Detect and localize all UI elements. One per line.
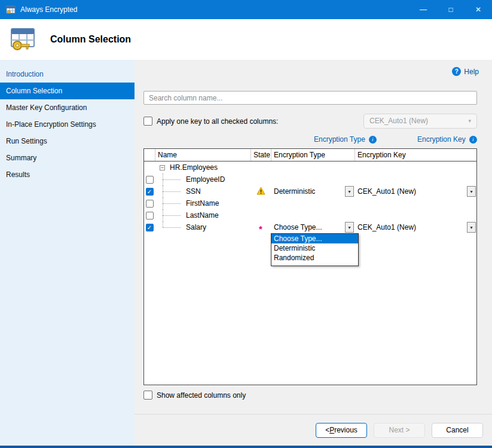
grid-header-encryption-type: Encryption Type: [271, 149, 355, 161]
close-button[interactable]: ✕: [465, 0, 492, 19]
info-icon[interactable]: [469, 136, 477, 144]
column-checkbox[interactable]: [146, 176, 154, 184]
encryption-key-link-label: Encryption Key: [417, 135, 466, 144]
wizard-footer: < Previous Next > Cancel: [135, 414, 492, 446]
sidebar-item-results[interactable]: Results: [0, 166, 135, 183]
maximize-button[interactable]: □: [437, 0, 465, 19]
tree-collapse-icon[interactable]: [160, 165, 165, 170]
encryption-key-dropdown-button[interactable]: [467, 186, 476, 197]
wizard-steps-sidebar: Introduction Column Selection Master Key…: [0, 60, 135, 446]
column-row-ssn[interactable]: SSN Deterministic: [144, 185, 476, 197]
sidebar-item-master-key-configuration[interactable]: Master Key Configuration: [0, 99, 135, 116]
help-link[interactable]: Help: [452, 67, 479, 76]
table-name: HR.Employees: [170, 163, 218, 172]
encryption-type-dropdown-button[interactable]: [345, 186, 354, 197]
wizard-body: Introduction Column Selection Master Key…: [0, 60, 492, 446]
minimize-button[interactable]: —: [410, 0, 437, 19]
table-key-icon: [8, 25, 37, 54]
grid-header-state: State: [250, 149, 271, 161]
encryption-key-value: CEK_Auto1 (New): [357, 223, 416, 231]
help-label: Help: [464, 68, 479, 76]
column-name: FirstName: [186, 199, 219, 208]
previous-button[interactable]: < Previous: [316, 423, 367, 438]
apply-key-value: CEK_Auto1 (New): [369, 117, 428, 125]
info-icon[interactable]: [369, 136, 377, 144]
dropdown-option-randomized[interactable]: Randomized: [271, 253, 358, 263]
column-row-salary[interactable]: Salary * Choose Type... CEK_Auto1 (New): [144, 221, 476, 233]
grid-header-name: Name: [155, 149, 250, 161]
sidebar-item-summary[interactable]: Summary: [0, 150, 135, 166]
title-bar: Always Encrypted — □ ✕: [0, 0, 492, 19]
encryption-type-dropdown-list: Choose Type... Deterministic Randomized: [271, 233, 359, 266]
sidebar-item-column-selection[interactable]: Column Selection: [0, 83, 135, 99]
column-row-lastname[interactable]: LastName: [144, 209, 476, 221]
sidebar-item-run-settings[interactable]: Run Settings: [0, 133, 135, 150]
chevron-down-icon: [468, 114, 471, 128]
column-name: SSN: [186, 187, 201, 196]
warning-icon: [256, 187, 265, 197]
column-name: LastName: [186, 211, 219, 220]
window-bottom-border: [0, 446, 492, 448]
apply-key-dropdown[interactable]: CEK_Auto1 (New): [363, 114, 477, 129]
search-column-input[interactable]: [143, 91, 477, 105]
encryption-type-value: Choose Type...: [274, 223, 322, 231]
column-checkbox[interactable]: [146, 212, 154, 220]
dropdown-option-choose-type[interactable]: Choose Type...: [271, 234, 358, 243]
encryption-type-value: Deterministic: [274, 187, 315, 196]
next-button[interactable]: Next >: [374, 423, 425, 438]
window-title: Always Encrypted: [20, 5, 77, 14]
encryption-type-link[interactable]: Encryption Type: [314, 135, 377, 144]
table-group-row[interactable]: HR.Employees: [144, 161, 476, 173]
show-affected-row: Show affected columns only: [143, 391, 246, 400]
column-name: Salary: [186, 223, 206, 231]
grid-header-checkbox-col: [144, 149, 155, 161]
help-icon: [452, 67, 461, 76]
encryption-type-dropdown-button[interactable]: [345, 222, 354, 233]
apply-one-key-label: Apply one key to all checked columns:: [157, 117, 278, 126]
app-icon: [6, 5, 16, 14]
show-affected-checkbox[interactable]: [143, 391, 152, 400]
page-title: Column Selection: [50, 34, 131, 45]
column-selection-panel: Help Apply one key to all checked column…: [135, 60, 492, 446]
column-checkbox[interactable]: [146, 200, 154, 208]
encryption-type-link-label: Encryption Type: [314, 135, 365, 144]
cancel-button[interactable]: Cancel: [432, 423, 483, 438]
sidebar-item-in-place-encryption-settings[interactable]: In-Place Encryption Settings: [0, 116, 135, 133]
grid-header-row: Name State Encryption Type Encryption Ke…: [144, 149, 476, 161]
column-row-firstname[interactable]: FirstName: [144, 197, 476, 209]
window-controls: — □ ✕: [410, 0, 492, 19]
encryption-key-link[interactable]: Encryption Key: [417, 135, 477, 144]
column-checkbox[interactable]: [146, 224, 154, 231]
column-row-employeeid[interactable]: EmployeeID: [144, 173, 476, 185]
show-affected-label: Show affected columns only: [157, 391, 246, 400]
wizard-header: Column Selection: [0, 19, 492, 60]
encryption-key-dropdown-button[interactable]: [467, 222, 476, 233]
sidebar-item-introduction[interactable]: Introduction: [0, 66, 135, 83]
always-encrypted-window: Always Encrypted — □ ✕ Column Selection: [0, 0, 492, 448]
apply-one-key-row: Apply one key to all checked columns:: [143, 117, 278, 126]
encryption-key-value: CEK_Auto1 (New): [357, 187, 416, 196]
columns-grid: Name State Encryption Type Encryption Ke…: [143, 148, 477, 385]
required-icon: *: [259, 226, 262, 232]
grid-header-encryption-key: Encryption Key: [355, 149, 476, 161]
dropdown-option-deterministic[interactable]: Deterministic: [271, 243, 358, 253]
apply-one-key-checkbox[interactable]: [143, 117, 152, 126]
column-name: EmployeeID: [186, 175, 225, 184]
column-checkbox[interactable]: [146, 188, 154, 196]
